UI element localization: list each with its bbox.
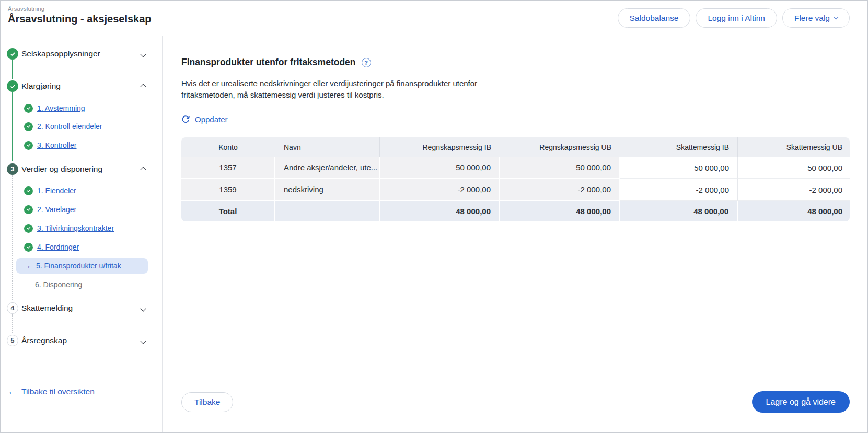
finansprodukter-table: Konto Navn Regnskapsmessig IB Regnskapsm… — [181, 137, 850, 221]
chevron-down-icon — [141, 336, 145, 345]
total-regnskapsmessig-ib: 48 000,00 — [380, 201, 500, 221]
sidebar-item-finansprodukter-active[interactable]: → 5. Finansprodukter u/fritak — [16, 258, 148, 274]
cell-regnskapsmessig-ib: -2 000,00 — [380, 179, 500, 201]
altinn-login-button[interactable]: Logg inn i Altinn — [696, 8, 777, 28]
breadcrumb: Årsavslutning — [8, 6, 152, 12]
chevron-up-icon — [141, 81, 145, 91]
refresh-icon — [181, 115, 190, 124]
footer-actions: Tilbake Lagre og gå videre — [181, 391, 850, 413]
sidebar-item-disponering[interactable]: 6. Disponering — [1, 277, 162, 292]
help-icon[interactable]: ? — [362, 58, 371, 67]
total-navn — [275, 201, 380, 221]
sidebar-item-eiendeler[interactable]: 1. Eiendeler — [1, 183, 162, 198]
column-header-skattemessig-ib: Skattemessig IB — [620, 137, 738, 157]
saldobalanse-button[interactable]: Saldobalanse — [618, 8, 691, 28]
sidebar-section-skattemelding[interactable]: 4 Skattemelding — [1, 300, 162, 316]
total-label: Total — [181, 201, 275, 221]
arrow-left-icon: ← — [8, 387, 17, 397]
total-regnskapsmessig-ub: 48 000,00 — [500, 201, 620, 221]
table-header-row: Konto Navn Regnskapsmessig IB Regnskapsm… — [181, 137, 850, 157]
check-circle-icon — [24, 243, 33, 252]
cell-navn: nedskriving — [275, 179, 380, 201]
sidebar-section-verdier-og-disponering[interactable]: 3 Verdier og disponering — [1, 161, 162, 177]
save-and-continue-button[interactable]: Lagre og gå videre — [752, 391, 850, 413]
more-options-button[interactable]: Flere valg — [782, 8, 850, 28]
cell-konto: 1357 — [181, 157, 275, 179]
sidebar-item-kontroll-eiendeler[interactable]: 2. Kontroll eiendeler — [1, 119, 162, 134]
table-row: 1359 nedskriving -2 000,00 -2 000,00 -2 … — [181, 179, 850, 201]
chevron-down-icon — [141, 303, 145, 313]
sidebar: Selskapsopplysninger Klargjøring 1. Avst… — [1, 36, 163, 432]
sidebar-section-arsregnskap[interactable]: 5 Årsregnskap — [1, 333, 162, 348]
section-description: Hvis det er urealiserte nedskrivninger e… — [181, 78, 480, 101]
section-heading: Finansprodukter utenfor fritaksmetoden — [181, 57, 356, 68]
cell-konto: 1359 — [181, 179, 275, 201]
sidebar-item-tilvirkningskontrakter[interactable]: 3. Tilvirkningskontrakter — [1, 220, 162, 236]
chevron-down-icon — [834, 15, 838, 19]
column-header-regnskapsmessig-ib: Regnskapsmessig IB — [380, 137, 500, 157]
cell-regnskapsmessig-ub: -2 000,00 — [500, 179, 620, 201]
check-circle-icon — [24, 104, 33, 113]
total-skattemessig-ib: 48 000,00 — [620, 201, 738, 221]
back-to-overview-link[interactable]: ← Tilbake til oversikten — [8, 387, 95, 397]
column-header-skattemessig-ub: Skattemessig UB — [738, 137, 850, 157]
connector-line — [12, 314, 13, 333]
refresh-button[interactable]: Oppdater — [181, 115, 228, 124]
check-circle-icon — [24, 186, 33, 195]
arrow-right-icon: → — [23, 261, 31, 271]
step-number-badge: 4 — [7, 302, 18, 314]
main-content: Finansprodukter utenfor fritaksmetoden ?… — [163, 36, 867, 432]
cell-skattemessig-ib-input[interactable]: -2 000,00 — [620, 179, 738, 201]
cell-skattemessig-ib-input[interactable]: 50 000,00 — [620, 157, 738, 179]
scrollbar-track — [859, 36, 859, 432]
check-circle-icon — [24, 122, 33, 131]
check-circle-icon — [7, 48, 18, 60]
back-button[interactable]: Tilbake — [181, 392, 233, 412]
cell-skattemessig-ub-input[interactable]: 50 000,00 — [738, 157, 850, 179]
app-window: Årsavslutning Årsavslutning - aksjeselsk… — [0, 0, 868, 433]
table-row: 1357 Andre aksjer/andeler, ute... 50 000… — [181, 157, 850, 179]
check-circle-icon — [24, 205, 33, 214]
sidebar-item-varelager[interactable]: 2. Varelager — [1, 202, 162, 217]
cell-regnskapsmessig-ub: 50 000,00 — [500, 157, 620, 179]
sidebar-item-kontroller[interactable]: 3. Kontroller — [1, 137, 162, 153]
cell-navn: Andre aksjer/andeler, ute... — [275, 157, 380, 179]
check-circle-icon — [7, 80, 18, 92]
sidebar-item-fordringer[interactable]: 4. Fordringer — [1, 239, 162, 255]
column-header-konto: Konto — [181, 137, 275, 157]
check-circle-icon — [24, 141, 33, 150]
cell-skattemessig-ub-input[interactable]: -2 000,00 — [738, 179, 850, 201]
table-total-row: Total 48 000,00 48 000,00 48 000,00 48 0… — [181, 201, 850, 221]
column-header-navn: Navn — [275, 137, 380, 157]
total-skattemessig-ub: 48 000,00 — [738, 201, 850, 221]
step-number-badge: 5 — [7, 335, 18, 346]
step-number-badge: 3 — [7, 163, 18, 175]
cell-regnskapsmessig-ib: 50 000,00 — [380, 157, 500, 179]
chevron-up-icon — [141, 165, 145, 174]
connector-line — [12, 60, 13, 79]
chevron-down-icon — [141, 49, 145, 58]
top-header: Årsavslutning Årsavslutning - aksjeselsk… — [1, 1, 867, 36]
column-header-regnskapsmessig-ub: Regnskapsmessig UB — [500, 137, 620, 157]
sidebar-section-klargjoring[interactable]: Klargjøring — [1, 78, 162, 94]
page-title: Årsavslutning - aksjeselskap — [8, 13, 152, 25]
check-circle-icon — [24, 224, 33, 233]
sidebar-section-selskapsopplysninger[interactable]: Selskapsopplysninger — [1, 46, 162, 62]
sidebar-item-avstemming[interactable]: 1. Avstemming — [1, 100, 162, 116]
